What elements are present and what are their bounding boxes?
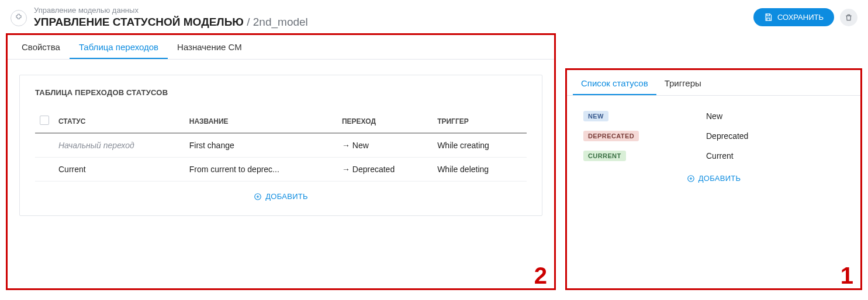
tab-properties[interactable]: Свойства: [12, 35, 70, 59]
status-label: New: [706, 111, 722, 121]
statuses-annotated-region: Список статусов Триггеры NEW New DEPRECA…: [565, 68, 862, 290]
col-name[interactable]: НАЗВАНИЕ: [185, 110, 337, 133]
side-tabs: Список статусов Триггеры: [567, 70, 860, 96]
status-label: Current: [706, 151, 734, 161]
tab-triggers[interactable]: Триггеры: [656, 72, 710, 95]
list-item[interactable]: DEPRECATED Deprecated: [583, 126, 844, 146]
status-list: NEW New DEPRECATED Deprecated CURRENT Cu…: [567, 96, 860, 195]
status-badge: NEW: [583, 111, 608, 121]
cell-transition: → Deprecated: [337, 158, 433, 182]
cell-trigger: While creating: [433, 133, 527, 158]
status-badge: DEPRECATED: [583, 131, 639, 141]
cell-status: Current: [54, 158, 185, 182]
save-button-label: СОХРАНИТЬ: [777, 13, 824, 22]
list-item[interactable]: NEW New: [583, 106, 844, 126]
trash-icon: [845, 13, 853, 22]
cell-status: Начальный переход: [54, 133, 185, 158]
delete-button[interactable]: [840, 9, 857, 26]
transitions-table: СТАТУС НАЗВАНИЕ ПЕРЕХОД ТРИГГЕР Начальны…: [35, 110, 527, 182]
transitions-panel: ТАБЛИЦА ПЕРЕХОДОВ СТАТУСОВ СТАТУС НАЗВАН…: [19, 75, 542, 216]
annotation-number-right: 1: [841, 264, 853, 287]
cell-transition: → New: [337, 133, 433, 158]
plus-circle-icon: [254, 193, 262, 201]
add-status-label: ДОБАВИТЬ: [698, 174, 741, 183]
save-button[interactable]: СОХРАНИТЬ: [753, 8, 834, 26]
breadcrumb[interactable]: Управление моделью данных: [34, 6, 746, 15]
status-label: Deprecated: [706, 131, 748, 141]
page-title-main: УПРАВЛЕНИЕ СТАТУСНОЙ МОДЕЛЬЮ: [34, 16, 244, 28]
add-transition-label: ДОБАВИТЬ: [265, 192, 308, 201]
plus-circle-icon: [687, 175, 695, 183]
transitions-annotated-region: Свойства Таблица переходов Назначение СМ…: [6, 33, 556, 290]
page-header: Управление моделью данных УПРАВЛЕНИЕ СТА…: [0, 0, 868, 33]
list-item[interactable]: CURRENT Current: [583, 146, 844, 166]
cell-name: First change: [185, 133, 337, 158]
col-transition[interactable]: ПЕРЕХОД: [337, 110, 433, 133]
transitions-panel-title: ТАБЛИЦА ПЕРЕХОДОВ СТАТУСОВ: [35, 88, 527, 97]
status-badge: CURRENT: [583, 151, 626, 161]
page-title-sub: 2nd_model: [253, 16, 308, 28]
tab-assignment[interactable]: Назначение СМ: [168, 35, 251, 59]
add-transition-button[interactable]: ДОБАВИТЬ: [254, 192, 308, 201]
tab-status-list[interactable]: Список статусов: [573, 72, 656, 95]
table-row[interactable]: Current From current to deprec... → Depr…: [35, 158, 527, 182]
page-title: УПРАВЛЕНИЕ СТАТУСНОЙ МОДЕЛЬЮ / 2nd_model: [34, 16, 746, 29]
main-tabs: Свойства Таблица переходов Назначение СМ: [8, 35, 554, 60]
annotation-number-left: 2: [534, 264, 547, 287]
save-icon: [764, 13, 773, 22]
module-icon: [11, 10, 27, 26]
tab-transitions[interactable]: Таблица переходов: [70, 35, 168, 59]
cell-trigger: While deleting: [433, 158, 527, 182]
add-status-button[interactable]: ДОБАВИТЬ: [687, 174, 741, 183]
col-status[interactable]: СТАТУС: [54, 110, 185, 133]
page-title-sep: /: [244, 16, 253, 28]
cell-name: From current to deprec...: [185, 158, 337, 182]
select-all-checkbox[interactable]: [40, 116, 49, 125]
col-trigger[interactable]: ТРИГГЕР: [433, 110, 527, 133]
table-row[interactable]: Начальный переход First change → New Whi…: [35, 133, 527, 158]
